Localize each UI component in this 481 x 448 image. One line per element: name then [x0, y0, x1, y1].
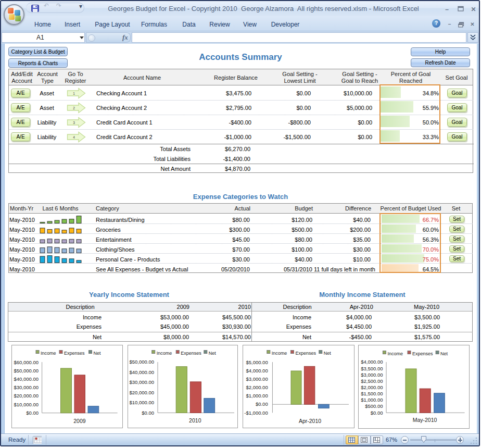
svg-text:$60,000.00: $60,000.00 — [14, 359, 39, 365]
svg-text:$20,000.00: $20,000.00 — [14, 393, 39, 399]
svg-text:$2,500.00: $2,500.00 — [361, 378, 383, 384]
svg-text:$1,000.00: $1,000.00 — [246, 393, 268, 399]
svg-text:$3,000.00: $3,000.00 — [361, 372, 383, 378]
svg-text:$30,000.00: $30,000.00 — [129, 379, 154, 385]
svg-text:Net: Net — [94, 351, 102, 356]
svg-text:Apr-2010: Apr-2010 — [299, 418, 321, 424]
svg-text:$500.00: $500.00 — [365, 403, 383, 409]
svg-text:$0.00: $0.00 — [142, 410, 154, 416]
svg-text:2009: 2009 — [73, 418, 86, 424]
svg-text:$10,000.00: $10,000.00 — [14, 402, 39, 407]
svg-text:$0.00: $0.00 — [256, 401, 268, 407]
svg-text:Income: Income — [41, 351, 56, 356]
svg-text:$0.00: $0.00 — [26, 410, 39, 416]
svg-text:$1,000.00: $1,000.00 — [361, 397, 383, 403]
svg-text:Expenses: Expenses — [295, 351, 316, 356]
svg-text:Net: Net — [209, 351, 217, 356]
svg-text:$2,000.00: $2,000.00 — [246, 384, 268, 390]
svg-text:$4,000.00: $4,000.00 — [246, 368, 268, 374]
svg-text:Income: Income — [387, 351, 403, 356]
svg-text:$20,000.00: $20,000.00 — [129, 390, 154, 395]
svg-text:$5,000.00: $5,000.00 — [246, 359, 268, 365]
svg-text:$40,000.00: $40,000.00 — [129, 369, 154, 375]
svg-text:Income: Income — [157, 351, 172, 356]
svg-text:$30,000.00: $30,000.00 — [14, 384, 39, 390]
svg-text:$40,000.00: $40,000.00 — [14, 376, 39, 382]
svg-text:$50,000.00: $50,000.00 — [14, 368, 39, 374]
svg-text:$0.00: $0.00 — [371, 410, 383, 416]
svg-text:-$1,000.00: -$1,000.00 — [244, 410, 268, 416]
svg-text:$3,500.00: $3,500.00 — [361, 366, 383, 371]
svg-text:Income: Income — [272, 351, 287, 356]
svg-text:Expenses: Expenses — [181, 351, 201, 356]
svg-text:$10,000.00: $10,000.00 — [129, 400, 154, 405]
svg-text:May-2010: May-2010 — [413, 417, 437, 423]
svg-text:$50,000.00: $50,000.00 — [129, 359, 154, 365]
svg-text:$1,500.00: $1,500.00 — [361, 391, 383, 396]
svg-text:Expenses: Expenses — [64, 351, 85, 356]
svg-text:Net: Net — [324, 351, 332, 356]
svg-text:Net: Net — [440, 351, 448, 356]
svg-text:2010: 2010 — [189, 417, 201, 424]
svg-text:$3,000.00: $3,000.00 — [246, 376, 268, 382]
svg-text:$4,000.00: $4,000.00 — [361, 359, 383, 365]
svg-text:Expenses: Expenses — [412, 351, 433, 356]
svg-text:$2,000.00: $2,000.00 — [361, 384, 383, 390]
